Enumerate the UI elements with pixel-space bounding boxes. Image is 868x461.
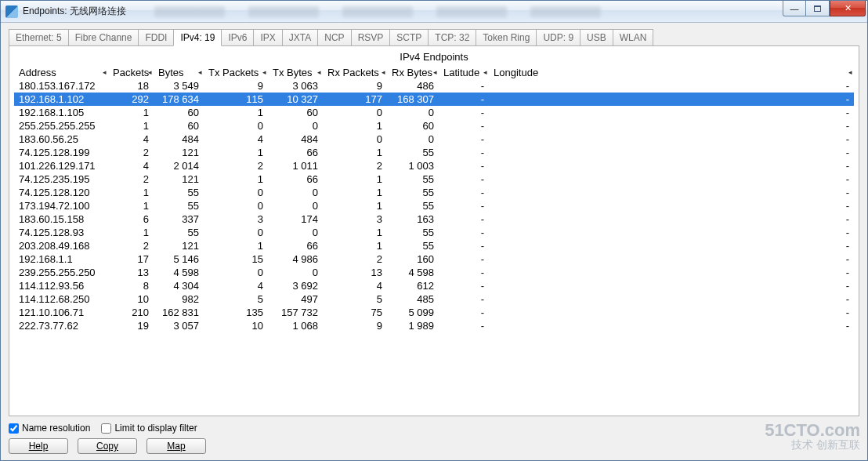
tab-sctp[interactable]: SCTP: [389, 29, 429, 45]
col-packets[interactable]: Packets◂: [108, 66, 154, 79]
col-rx-packets[interactable]: Rx Packets◂: [323, 66, 387, 79]
cell-pk: 8: [108, 279, 154, 292]
cell-rb: 0: [387, 132, 439, 146]
tab-fibre-channe[interactable]: Fibre Channe: [68, 29, 139, 45]
sort-arrow-icon: ◂: [198, 68, 202, 76]
tab-usb[interactable]: USB: [580, 29, 613, 45]
cell-by: 337: [154, 212, 204, 226]
cell-tb: 66: [268, 146, 323, 159]
tab-rsvp[interactable]: RSVP: [351, 29, 391, 45]
cell-rp: 1: [323, 239, 387, 252]
cell-rp: 2: [323, 159, 387, 172]
table-row[interactable]: 222.73.77.62193 057101 06891 989--: [14, 319, 854, 332]
cell-lat: -: [439, 226, 489, 239]
cell-addr: 74.125.128.199: [14, 146, 108, 159]
tab-ethernet-5[interactable]: Ethernet: 5: [9, 29, 69, 45]
cell-by: 60: [154, 119, 204, 132]
name-resolution-input[interactable]: [9, 423, 19, 434]
sort-arrow-icon: ◂: [262, 68, 266, 76]
cell-tp: 0: [204, 119, 268, 132]
cell-rp: 2: [323, 252, 387, 266]
cell-by: 982: [154, 292, 204, 306]
col-tx-packets[interactable]: Tx Packets◂: [204, 66, 268, 79]
cell-pk: 10: [108, 292, 154, 306]
cell-lat: -: [439, 132, 489, 146]
table-row[interactable]: 74.125.128.9315500155--: [14, 226, 854, 239]
cell-rb: 55: [387, 146, 439, 159]
cell-lat: -: [439, 106, 489, 119]
cell-tb: 157 732: [268, 306, 323, 319]
window-title: Endpoints: 无线网络连接: [23, 5, 126, 18]
table-row[interactable]: 101.226.129.17142 01421 01121 003--: [14, 159, 854, 172]
cell-rp: 1: [323, 186, 387, 199]
tab-jxta[interactable]: JXTA: [282, 29, 318, 45]
cell-pk: 18: [108, 79, 154, 93]
tab-ipv6[interactable]: IPv6: [221, 29, 254, 45]
tab-token-ring[interactable]: Token Ring: [476, 29, 537, 45]
help-button[interactable]: Help: [9, 438, 68, 454]
copy-button[interactable]: Copy: [78, 438, 137, 454]
tab-ncp[interactable]: NCP: [317, 29, 351, 45]
cell-pk: 19: [108, 319, 154, 332]
cell-rb: 160: [387, 252, 439, 266]
cell-rb: 1 003: [387, 159, 439, 172]
col-tx-bytes[interactable]: Tx Bytes◂: [268, 66, 323, 79]
tab-fddi[interactable]: FDDI: [138, 29, 174, 45]
display-filter-checkbox[interactable]: Limit to display filter: [101, 423, 197, 434]
tab-udp-9[interactable]: UDP: 9: [536, 29, 580, 45]
col-latitude[interactable]: Latitude◂: [439, 66, 489, 79]
table-row[interactable]: 203.208.49.1682121166155--: [14, 239, 854, 252]
table-row[interactable]: 121.10.106.71210162 831135157 732755 099…: [14, 306, 854, 319]
table-row[interactable]: 180.153.167.172183 54993 0639486--: [14, 79, 854, 93]
col-rx-bytes[interactable]: Rx Bytes◂: [387, 66, 439, 79]
cell-lat: -: [439, 292, 489, 306]
display-filter-input[interactable]: [101, 423, 111, 434]
table-row[interactable]: 192.168.1.102292178 63411510 327177168 3…: [14, 93, 854, 106]
map-button[interactable]: Map: [146, 438, 206, 454]
cell-tp: 135: [204, 306, 268, 319]
table-row[interactable]: 74.125.128.1992121166155--: [14, 146, 854, 159]
cell-rp: 3: [323, 212, 387, 226]
table-row[interactable]: 114.112.68.2501098254975485--: [14, 292, 854, 306]
cell-lon: -: [489, 239, 854, 252]
tab-ipv4-19[interactable]: IPv4: 19: [173, 29, 222, 46]
cell-lat: -: [439, 266, 489, 279]
tab-ipx[interactable]: IPX: [253, 29, 282, 45]
name-resolution-checkbox[interactable]: Name resolution: [9, 423, 90, 434]
cell-addr: 173.194.72.100: [14, 199, 108, 212]
col-address[interactable]: Address◂: [14, 66, 108, 79]
maximize-button[interactable]: [806, 1, 830, 16]
cell-tb: 66: [268, 172, 323, 186]
table-row[interactable]: 255.255.255.25516000160--: [14, 119, 854, 132]
cell-rb: 0: [387, 106, 439, 119]
cell-addr: 101.226.129.171: [14, 159, 108, 172]
titlebar[interactable]: Endpoints: 无线网络连接 — ✕: [1, 1, 867, 23]
cell-rb: 4 598: [387, 266, 439, 279]
cell-pk: 13: [108, 266, 154, 279]
tab-tcp-32[interactable]: TCP: 32: [428, 29, 476, 45]
cell-pk: 4: [108, 132, 154, 146]
content-area: Ethernet: 5Fibre ChanneFDDIIPv4: 19IPv6I…: [1, 23, 867, 460]
data-grid[interactable]: Address◂Packets◂Bytes◂Tx Packets◂Tx Byte…: [14, 66, 854, 411]
table-row[interactable]: 74.125.235.1952121166155--: [14, 172, 854, 186]
table-row[interactable]: 192.168.1.1175 146154 9862160--: [14, 252, 854, 266]
table-row[interactable]: 192.168.1.10516016000--: [14, 106, 854, 119]
cell-lat: -: [439, 319, 489, 332]
col-longitude[interactable]: Longitude◂: [489, 66, 854, 79]
minimize-button[interactable]: —: [783, 1, 806, 16]
sort-arrow-icon: ◂: [433, 68, 437, 76]
cell-tp: 1: [204, 146, 268, 159]
table-row[interactable]: 183.60.15.158633731743163--: [14, 212, 854, 226]
tab-wlan[interactable]: WLAN: [613, 29, 654, 45]
cell-addr: 192.168.1.102: [14, 93, 108, 106]
col-bytes[interactable]: Bytes◂: [154, 66, 204, 79]
cell-pk: 292: [108, 93, 154, 106]
close-button[interactable]: ✕: [830, 1, 866, 16]
table-row[interactable]: 74.125.128.12015500155--: [14, 186, 854, 199]
table-row[interactable]: 173.194.72.10015500155--: [14, 199, 854, 212]
cell-lon: -: [489, 199, 854, 212]
sort-arrow-icon: ◂: [483, 68, 487, 76]
table-row[interactable]: 239.255.255.250134 59800134 598--: [14, 266, 854, 279]
table-row[interactable]: 114.112.93.5684 30443 6924612--: [14, 279, 854, 292]
table-row[interactable]: 183.60.56.254484448400--: [14, 132, 854, 146]
